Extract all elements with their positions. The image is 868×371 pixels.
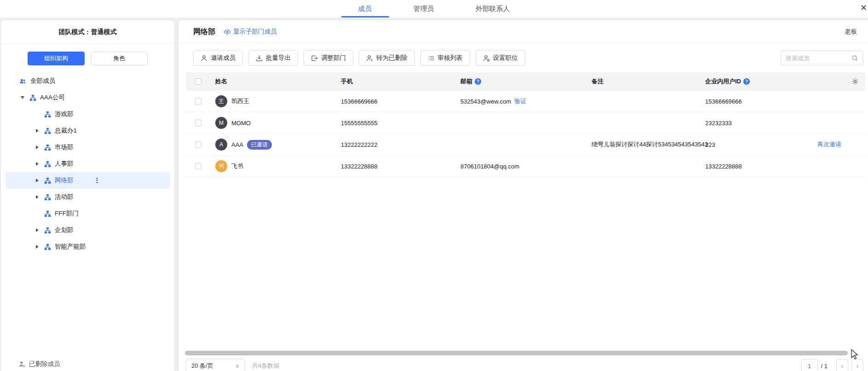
col-email: 邮箱 — [460, 77, 472, 86]
batch-export-button[interactable]: 批量导出 — [248, 50, 298, 66]
download-icon — [256, 55, 263, 62]
department-icon — [44, 194, 51, 201]
dept-title: 网络部 — [193, 27, 215, 37]
member-phone: 15555555555 — [335, 120, 455, 127]
review-list-button[interactable]: 审核列表 — [420, 50, 470, 66]
eye-icon — [224, 29, 231, 35]
dept-label: 活动部 — [55, 193, 74, 201]
department-icon — [44, 144, 51, 151]
avatar: M — [215, 117, 227, 129]
caret-icon[interactable] — [34, 195, 40, 199]
member-row: A AAA 已邀请 13222222222 绕弯儿翁探讨探讨44探讨534534… — [186, 134, 865, 156]
column-settings-icon[interactable] — [851, 78, 859, 85]
dept-tree-item[interactable]: 市场部 — [6, 139, 170, 156]
member-phone: 13222222222 — [335, 141, 455, 148]
email-help-icon[interactable]: ? — [475, 78, 481, 85]
table-header: 姓名 手机 邮箱 ? 备注 企业内用户ID ? — [186, 72, 865, 91]
show-subdept-link[interactable]: 显示子部门成员 — [224, 28, 277, 36]
close-icon[interactable]: ✕ — [860, 4, 867, 12]
caret-icon[interactable] — [34, 145, 40, 149]
members-panel: 网络部 显示子部门成员 老板 邀请成员 — [178, 20, 868, 371]
col-remark: 备注 — [586, 77, 700, 86]
avatar: 王 — [215, 95, 227, 107]
org-sidebar: 团队模式：普通模式 组织架构 角色 全部成员 — [1, 20, 174, 371]
department-icon — [44, 227, 51, 234]
dept-tree-item[interactable]: 智能产能部 — [6, 238, 170, 255]
select-all-checkbox[interactable] — [195, 78, 201, 85]
dept-tree-item[interactable]: 游戏部 — [6, 106, 170, 122]
dept-tree: 全部成员 AAA公司 游戏部 — [1, 70, 174, 255]
dept-tree-item[interactable]: FFF部门 — [6, 205, 170, 222]
active-tab-indicator — [341, 16, 389, 17]
member-name: MOMO — [231, 120, 251, 127]
dept-tree-item[interactable]: 总裁办1 — [6, 122, 170, 139]
deleted-members-item[interactable]: 已删除成员 — [18, 360, 60, 368]
caret-icon[interactable] — [34, 245, 40, 249]
member-toolbar: 邀请成员 批量导出 调整部门 — [178, 44, 868, 71]
row-checkbox[interactable] — [195, 98, 201, 104]
search-icon[interactable] — [851, 55, 858, 62]
tab-members[interactable]: 成员 — [358, 0, 372, 17]
caret-icon[interactable] — [34, 162, 40, 166]
user-id-help-icon[interactable]: ? — [743, 78, 750, 85]
roles-button[interactable]: 角色 — [91, 52, 148, 65]
caret-icon[interactable] — [19, 96, 26, 99]
department-icon — [44, 243, 51, 250]
move-to-deleted-button[interactable]: 转为已删除 — [359, 50, 415, 66]
view-switcher: 组织架构 角色 — [1, 44, 174, 70]
member-name: 凯西王 — [231, 97, 249, 105]
chevron-down-icon: ∨ — [235, 363, 239, 369]
adjust-department-button[interactable]: 调整部门 — [304, 50, 353, 66]
horizontal-scrollbar-thumb[interactable] — [185, 351, 848, 355]
total-count-label: 共4条数据 — [252, 362, 279, 370]
dept-label: FFF部门 — [55, 209, 79, 218]
row-checkbox[interactable] — [195, 163, 201, 169]
dept-tree-item[interactable]: 企划部 — [6, 222, 170, 238]
member-user-id: 13322228888 — [700, 163, 812, 170]
person-remove-icon — [366, 55, 373, 62]
all-members-item[interactable]: 全部成员 — [6, 73, 170, 89]
dept-label: 游戏部 — [55, 110, 74, 118]
tab-admins[interactable]: 管理员 — [414, 0, 434, 17]
caret-icon[interactable] — [34, 129, 40, 133]
reinvite-link[interactable]: 再次邀请 — [817, 140, 841, 149]
dept-header: 网络部 显示子部门成员 老板 — [178, 20, 868, 44]
members-group-icon — [19, 78, 26, 85]
invite-member-button[interactable]: 邀请成员 — [193, 50, 243, 66]
department-icon — [44, 161, 51, 168]
table-body: 王 凯西王 15366669666 532543@wew.com 验证 1536… — [186, 91, 865, 177]
deleted-members-label: 已删除成员 — [29, 360, 60, 368]
caret-icon[interactable] — [34, 179, 40, 182]
member-user-id: 223 — [700, 141, 812, 148]
row-checkbox[interactable] — [195, 120, 201, 126]
member-remark: 绕弯儿翁探讨探讨44探讨534534543543543 — [586, 140, 700, 149]
current-user-label: 老板 — [845, 28, 857, 36]
set-position-button[interactable]: 设置职位 — [476, 50, 525, 66]
row-checkbox[interactable] — [195, 141, 201, 148]
page-size-select[interactable]: 20 条/页 ∨ — [186, 359, 245, 371]
tab-external-contacts[interactable]: 外部联系人 — [476, 0, 510, 17]
col-phone: 手机 — [335, 77, 455, 86]
person-icon — [201, 55, 207, 62]
dept-tree-item[interactable]: 活动部 — [6, 189, 170, 205]
department-icon — [29, 94, 36, 101]
current-page-input[interactable]: 1 — [801, 359, 818, 371]
list-icon — [428, 55, 435, 62]
next-page-button[interactable]: › — [851, 359, 863, 371]
dept-tree-item[interactable]: AAA公司 — [6, 89, 170, 106]
invited-status-badge: 已邀请 — [247, 140, 272, 150]
dept-tree-item[interactable]: 网络部 ⋮ — [6, 172, 170, 189]
dept-label: 人事部 — [55, 160, 74, 168]
department-icon — [44, 210, 51, 217]
dept-tree-item[interactable]: 人事部 — [6, 156, 170, 172]
member-user-id: 23232333 — [700, 120, 812, 127]
org-structure-button[interactable]: 组织架构 — [28, 52, 85, 65]
verify-email-link[interactable]: 验证 — [514, 97, 526, 105]
search-input[interactable] — [786, 55, 851, 62]
prev-page-button[interactable]: ‹ — [836, 359, 848, 371]
more-actions-icon[interactable]: ⋮ — [94, 176, 101, 185]
move-out-icon — [311, 55, 318, 62]
pagination-bar: 20 条/页 ∨ 共4条数据 1 / 1 ‹ › — [186, 358, 863, 371]
department-icon — [44, 111, 51, 118]
caret-icon[interactable] — [34, 228, 40, 232]
